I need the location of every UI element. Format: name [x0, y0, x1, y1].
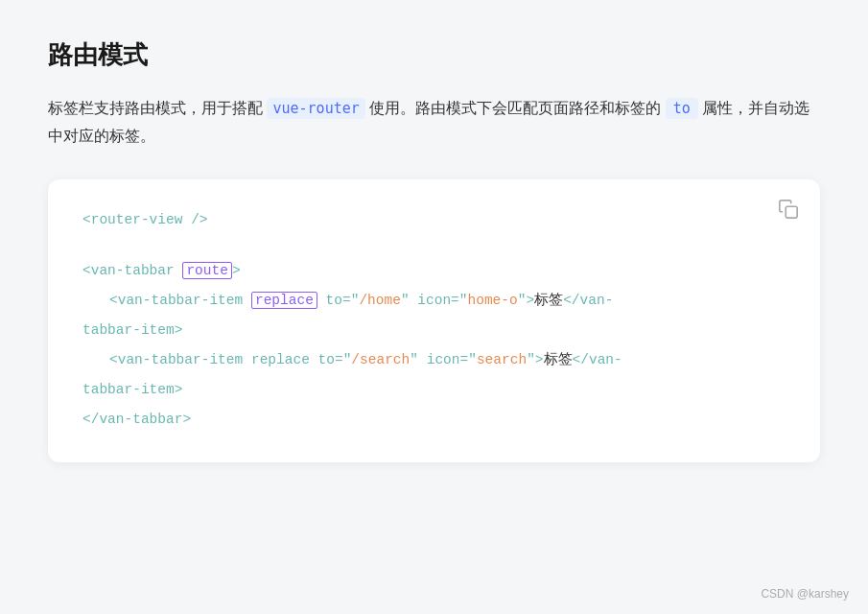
bracket13: </: [82, 412, 99, 427]
tag8: van-tabbar-item replace to=: [118, 352, 343, 367]
code-block: <router-view /> <van-tabbar route> <van-…: [48, 179, 820, 462]
bracket3: <: [82, 263, 91, 278]
attr-val3c: ": [410, 352, 418, 367]
code-line-3b: tabbar-item>: [82, 317, 786, 344]
attr-val3b: /search: [351, 352, 410, 367]
tag7: tabbar-item: [82, 322, 175, 338]
attr-replace: replace: [251, 292, 317, 309]
text1: 标签: [534, 293, 563, 308]
watermark: CSDN @karshey: [761, 587, 849, 601]
code-line-1: <router-view />: [82, 206, 786, 234]
attr-val2b: home-o: [468, 293, 518, 308]
attr-val4c: ": [527, 352, 535, 367]
attr-val4b: search: [477, 352, 527, 367]
desc-to: to: [666, 98, 698, 119]
code-content: <router-view /> <van-tabbar route> <van-…: [82, 206, 786, 434]
bracket9: <: [109, 352, 118, 367]
bracket12: >: [175, 382, 183, 397]
bracket6: >: [526, 293, 534, 308]
bracket11: </: [573, 352, 589, 367]
tag: router-view: [91, 212, 191, 227]
attr-val1c: ": [401, 293, 410, 308]
tag6: van-: [580, 293, 614, 308]
main-container: 路由模式 标签栏支持路由模式，用于搭配 vue-router 使用。路由模式下会…: [48, 38, 820, 462]
bracket4: >: [232, 263, 241, 278]
tag9: icon=: [418, 352, 468, 367]
attr-val4: ": [468, 352, 477, 367]
code-line-3: <van-tabbar-item replace to="/home" icon…: [82, 287, 786, 315]
attr-val1b: /home: [359, 293, 401, 308]
tag3: van-tabbar-item: [118, 293, 251, 308]
bracket5: <: [109, 293, 118, 308]
code-line-5: </van-tabbar>: [82, 406, 786, 434]
tag12: van-tabbar: [99, 412, 182, 427]
svg-rect-0: [786, 206, 797, 218]
code-line-4b: tabbar-item>: [82, 376, 786, 404]
bracket7: </: [563, 293, 579, 308]
desc-part2: 使用。路由模式下会匹配页面路径和标签的: [369, 100, 661, 116]
description: 标签栏支持路由模式，用于搭配 vue-router 使用。路由模式下会匹配页面路…: [48, 95, 820, 151]
copy-button[interactable]: [778, 199, 801, 222]
text2: 标签: [544, 352, 573, 367]
code-line-2: <van-tabbar route>: [82, 257, 786, 285]
attr-val2: ": [459, 293, 468, 308]
tag11: tabbar-item: [82, 382, 175, 397]
desc-code: vue-router: [267, 98, 364, 119]
bracket2: />: [191, 212, 207, 227]
page-title: 路由模式: [48, 38, 820, 72]
code-line-4: <van-tabbar-item replace to="/search" ic…: [82, 346, 786, 374]
tag5: icon=: [410, 293, 459, 308]
tag2: van-tabbar: [91, 263, 183, 278]
bracket8: >: [175, 322, 183, 338]
attr-route: route: [182, 262, 232, 279]
tag4: to=: [317, 293, 351, 308]
desc-part1: 标签栏支持路由模式，用于搭配: [48, 100, 263, 116]
tag10: van-: [589, 352, 622, 367]
bracket10: >: [535, 352, 544, 367]
bracket: <: [82, 212, 91, 227]
code-line-empty: [82, 236, 786, 255]
bracket14: >: [182, 412, 191, 427]
